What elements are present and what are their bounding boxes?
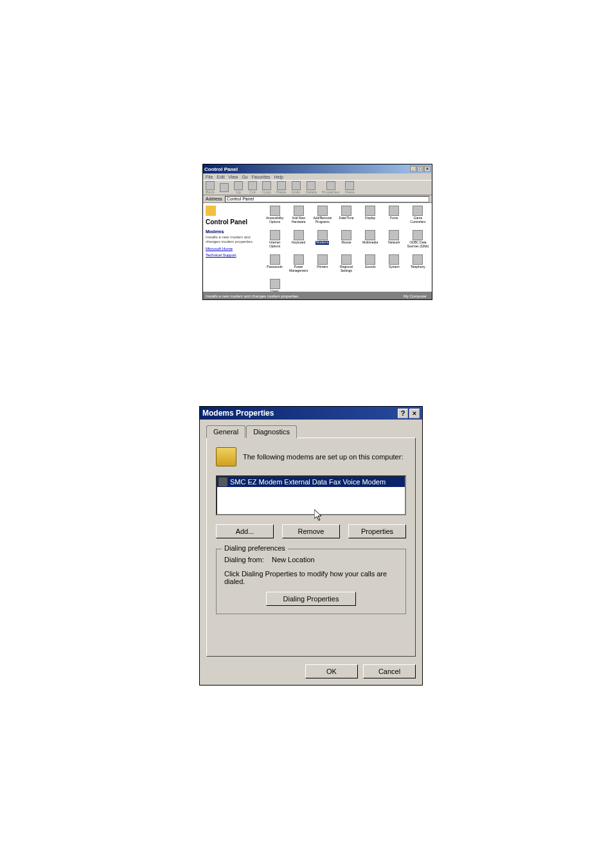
regional-settings-icon bbox=[341, 254, 351, 265]
internet-options-icon bbox=[270, 230, 280, 240]
system-icon bbox=[389, 254, 399, 265]
cp-item-passwords[interactable]: Passwords bbox=[263, 254, 286, 278]
cp-item-label: Add/Remove Programs bbox=[311, 217, 333, 224]
cp-item-telephony[interactable]: Telephony bbox=[407, 254, 429, 278]
remove-button[interactable]: Remove bbox=[282, 524, 340, 538]
cp-item-label: Display bbox=[365, 217, 375, 220]
cp-item-sounds[interactable]: Sounds bbox=[359, 254, 382, 278]
sounds-icon bbox=[365, 254, 375, 265]
tb-delete[interactable]: Delete bbox=[306, 181, 317, 194]
tb-views[interactable]: Views bbox=[344, 181, 355, 194]
tb-undo[interactable]: Undo bbox=[291, 181, 300, 194]
cp-item-label: System bbox=[389, 265, 400, 269]
cp-item-regional-settings[interactable]: Regional Settings bbox=[335, 254, 357, 278]
cp-item-internet-options[interactable]: Internet Options bbox=[263, 230, 286, 253]
address-field[interactable]: Control Panel bbox=[225, 196, 429, 202]
side-heading: Control Panel bbox=[206, 218, 258, 226]
tb-back[interactable]: Back bbox=[206, 181, 215, 194]
telephony-icon bbox=[413, 254, 423, 265]
dialing-props-row: Dialing Properties bbox=[224, 592, 398, 606]
tb-copy[interactable]: Copy bbox=[262, 181, 271, 194]
dialing-from-row: Dialing from: New Location bbox=[224, 556, 398, 563]
modem-properties-button[interactable]: Properties bbox=[348, 524, 406, 538]
menu-favorites[interactable]: Favorites bbox=[252, 175, 271, 179]
dialing-properties-button[interactable]: Dialing Properties bbox=[266, 592, 356, 606]
cp-item-label: Add New Hardware bbox=[287, 217, 310, 224]
cp-item-network[interactable]: Network bbox=[383, 230, 405, 253]
close-button[interactable]: × bbox=[409, 409, 420, 418]
modem-icon bbox=[216, 447, 236, 466]
copy-icon bbox=[262, 181, 271, 190]
multimedia-icon bbox=[365, 230, 375, 240]
list-item[interactable]: SMC EZ Modem External Data Fax Voice Mod… bbox=[217, 477, 405, 487]
close-button[interactable]: × bbox=[424, 166, 431, 172]
help-button[interactable]: ? bbox=[398, 409, 408, 418]
tb-forward[interactable] bbox=[220, 183, 229, 192]
cancel-button[interactable]: Cancel bbox=[363, 664, 416, 678]
cp-item-keyboard[interactable]: Keyboard bbox=[287, 230, 310, 253]
add-remove-programs-icon bbox=[317, 206, 328, 216]
cp-item-fonts[interactable]: Fonts bbox=[383, 206, 405, 229]
cp-item-date-time[interactable]: Date/Time bbox=[335, 206, 357, 229]
cp-item-game-controllers[interactable]: Game Controllers bbox=[407, 206, 429, 229]
delete-icon bbox=[306, 181, 315, 190]
cp-item-add-remove-programs[interactable]: Add/Remove Programs bbox=[311, 206, 333, 229]
modem-small-icon bbox=[218, 477, 227, 486]
cp-item-system[interactable]: System bbox=[383, 254, 405, 278]
tab-general[interactable]: General bbox=[206, 425, 245, 438]
add-button[interactable]: Add... bbox=[216, 524, 274, 538]
cp-item-add-new-hardware[interactable]: Add New Hardware bbox=[287, 206, 310, 229]
undo-icon bbox=[292, 181, 301, 190]
link-ms-home[interactable]: Microsoft Home bbox=[206, 247, 258, 251]
properties-icon bbox=[326, 181, 335, 190]
cp-item-users[interactable]: Users bbox=[263, 279, 286, 292]
link-tech-support[interactable]: Technical Support bbox=[206, 253, 258, 257]
forward-icon bbox=[220, 183, 229, 192]
cp-item-label: Passwords bbox=[267, 265, 282, 269]
cp-item-modems[interactable]: Modems bbox=[311, 230, 333, 253]
cp-item-power-management[interactable]: Power Management bbox=[287, 254, 310, 278]
cp-item-label: Sounds bbox=[365, 265, 376, 269]
status-left: Installs a new modem and changes modem p… bbox=[206, 294, 316, 298]
side-description: Installs a new modem and changes modem p… bbox=[206, 235, 258, 244]
date-time-icon bbox=[341, 206, 351, 216]
tb-up[interactable]: Up bbox=[234, 181, 243, 194]
dlg-body: General Diagnostics The following modems… bbox=[200, 420, 422, 659]
info-text: The following modems are set up on this … bbox=[243, 453, 403, 461]
dialing-preferences-group: Dialing preferences Dialing from: New Lo… bbox=[216, 549, 406, 614]
cp-item-display[interactable]: Display bbox=[359, 206, 382, 229]
maximize-button[interactable]: □ bbox=[417, 166, 423, 172]
cp-item-label: Internet Options bbox=[263, 241, 286, 248]
menu-go[interactable]: Go bbox=[242, 175, 247, 179]
tb-cut[interactable]: Cut bbox=[248, 181, 257, 194]
cp-item-multimedia[interactable]: Multimedia bbox=[359, 230, 382, 253]
keyboard-icon bbox=[294, 230, 304, 240]
cp-item-mouse[interactable]: Mouse bbox=[335, 230, 357, 253]
modem-listbox[interactable]: SMC EZ Modem External Data Fax Voice Mod… bbox=[216, 475, 406, 515]
power-management-icon bbox=[294, 254, 304, 265]
tb-paste[interactable]: Paste bbox=[276, 181, 286, 194]
minimize-button[interactable]: _ bbox=[410, 166, 416, 172]
menu-edit[interactable]: Edit bbox=[217, 175, 224, 179]
cp-item-accessibility-options[interactable]: Accessibility Options bbox=[263, 206, 286, 229]
cp-item-odbc-data-sources-32bit-[interactable]: ODBC Data Sources (32bit) bbox=[407, 230, 429, 253]
cp-item-label: Multimedia bbox=[362, 241, 378, 245]
passwords-icon bbox=[270, 254, 280, 265]
ok-button[interactable]: OK bbox=[305, 664, 358, 678]
menu-view[interactable]: View bbox=[228, 175, 238, 179]
modems-properties-dialog: Modems Properties ? × General Diagnostic… bbox=[199, 406, 423, 686]
cp-item-label: ODBC Data Sources (32bit) bbox=[407, 241, 429, 248]
menu-help[interactable]: Help bbox=[274, 175, 283, 179]
cp-item-label: Printers bbox=[317, 265, 328, 269]
cp-item-label: Fonts bbox=[390, 217, 398, 220]
cp-statusbar: Installs a new modem and changes modem p… bbox=[203, 292, 432, 299]
menu-file[interactable]: File bbox=[206, 175, 213, 179]
cp-item-label: Mouse bbox=[341, 241, 351, 245]
network-icon bbox=[389, 230, 399, 240]
tab-diagnostics[interactable]: Diagnostics bbox=[246, 425, 297, 438]
tb-properties[interactable]: Properties bbox=[322, 181, 339, 194]
cp-item-printers[interactable]: Printers bbox=[311, 254, 333, 278]
cp-body: Control Panel Modems Installs a new mode… bbox=[203, 203, 432, 292]
tab-panel-general: The following modems are set up on this … bbox=[206, 438, 416, 657]
cp-toolbar: Back Up Cut Copy Paste Undo Delete Prope… bbox=[203, 180, 432, 195]
